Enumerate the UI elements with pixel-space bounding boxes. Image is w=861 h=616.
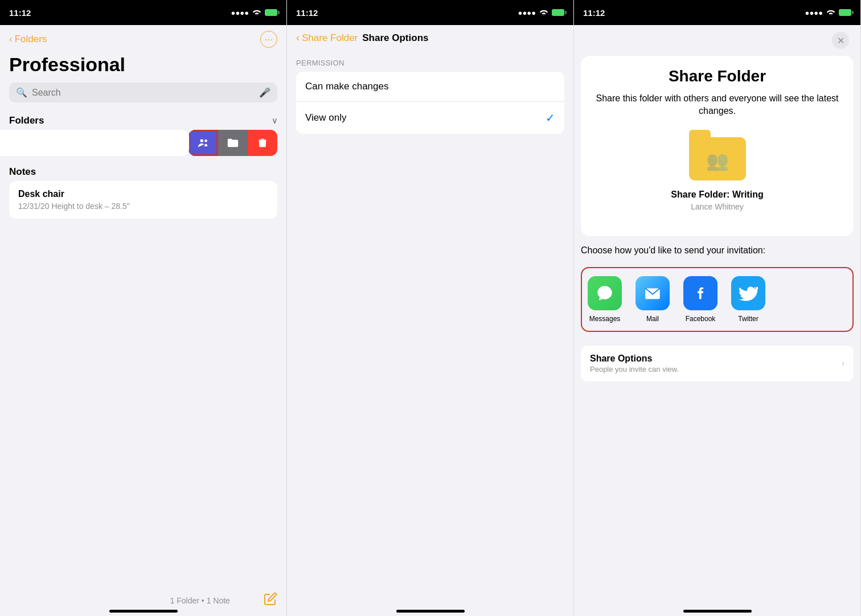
page-title: Professional (0, 51, 286, 83)
folders-chevron-icon: ∨ (272, 116, 277, 125)
folder-row[interactable]: 5 › (0, 130, 189, 156)
search-icon: 🔍 (16, 87, 27, 98)
bottom-bar-text: 1 Folder • 1 Note (137, 596, 264, 605)
compose-button[interactable] (264, 592, 277, 609)
close-button[interactable]: ✕ (832, 32, 849, 49)
facebook-share-button[interactable]: Facebook (683, 276, 718, 323)
folders-back-button[interactable]: ‹ Folders (9, 34, 47, 45)
delete-action-button[interactable] (248, 130, 277, 156)
wifi-icon-2 (539, 9, 548, 17)
twitter-icon (731, 276, 765, 310)
messages-icon (588, 276, 622, 310)
ellipsis-icon: ··· (264, 34, 273, 46)
status-bar-2: 11:12 ●●●● (287, 0, 573, 25)
checkmark-icon: ✓ (546, 111, 555, 125)
facebook-label: Facebook (686, 315, 716, 323)
mail-label: Mail (646, 315, 659, 323)
share-folder-title: Share Folder (592, 67, 842, 85)
chevron-left-icon: ‹ (9, 34, 13, 45)
status-icons-3: ●●●● (805, 9, 851, 17)
invite-section: Choose how you'd like to send your invit… (574, 245, 860, 381)
folder-graphic: 👥 (689, 129, 746, 180)
folders-section-label: Folders (9, 115, 44, 126)
svg-point-0 (200, 139, 204, 143)
mail-icon (636, 276, 670, 310)
can-make-changes-option[interactable]: Can make changes (296, 72, 564, 102)
permission-options: Can make changes View only ✓ (287, 72, 573, 134)
notes-section-header: Notes (0, 163, 286, 181)
panel-notes-list: 11:12 ●●●● ‹ Folders ··· Professional 🔍 … (0, 0, 287, 616)
folder-row-container: 5 › (9, 130, 277, 156)
status-bar-3: 11:12 ●●●● (574, 0, 860, 25)
p2-back-label: Share Folder (302, 32, 358, 44)
folders-section-header: Folders ∨ (0, 112, 286, 130)
folder-icon (227, 137, 239, 149)
mail-share-button[interactable]: Mail (636, 276, 670, 323)
p2-nav-title: Share Options (362, 32, 428, 44)
folders-back-label: Folders (15, 34, 47, 45)
folder-tab (689, 130, 711, 138)
share-options-subtitle: People you invite can view. (590, 365, 679, 373)
can-make-changes-label: Can make changes (305, 81, 388, 92)
invite-label: Choose how you'd like to send your invit… (581, 245, 854, 256)
chevron-left-icon-2: ‹ (296, 32, 300, 44)
twitter-label: Twitter (738, 315, 758, 323)
move-action-button[interactable] (218, 130, 248, 156)
folder-body: 👥 (689, 137, 746, 180)
wifi-icon (252, 9, 261, 17)
p2-navigation: ‹ Share Folder Share Options (287, 25, 573, 51)
folder-name: Share Folder: Writing (592, 190, 842, 200)
status-time-2: 11:12 (296, 8, 318, 18)
share-options-title: Share Options (590, 354, 679, 364)
battery-icon-2 (552, 9, 564, 16)
notes-list: Desk chair 12/31/20 Height to desk – 28.… (0, 181, 286, 219)
signal-icon-2: ●●●● (518, 9, 536, 17)
svg-point-1 (204, 139, 207, 142)
panel-share-folder: 11:12 ●●●● ✕ Share Folder Share this fol… (574, 0, 861, 616)
notes-section-label: Notes (9, 166, 36, 178)
note-card[interactable]: Desk chair 12/31/20 Height to desk – 28.… (9, 181, 277, 219)
signal-icon-3: ●●●● (805, 9, 823, 17)
p1-navigation: ‹ Folders ··· (0, 25, 286, 51)
home-indicator-2 (396, 610, 465, 613)
note-title: Desk chair (18, 189, 268, 199)
home-indicator-1 (109, 610, 178, 613)
close-icon: ✕ (837, 35, 844, 46)
more-options-button[interactable]: ··· (260, 31, 277, 48)
search-bar: 🔍 🎤 (9, 83, 277, 102)
share-options-button[interactable]: Share Options People you invite can view… (581, 346, 854, 381)
share-folder-back-button[interactable]: ‹ Share Folder (296, 32, 358, 44)
status-time-3: 11:12 (583, 8, 605, 18)
signal-icon: ●●●● (231, 9, 249, 17)
share-people-icon (197, 137, 210, 149)
folder-people-icon: 👥 (706, 150, 729, 171)
home-indicator-3 (683, 610, 752, 613)
facebook-icon (683, 276, 718, 310)
status-time-1: 11:12 (9, 8, 31, 18)
battery-icon-3 (839, 9, 851, 16)
share-folder-card: Share Folder Share this folder with othe… (581, 56, 854, 236)
share-options-chevron-icon: › (842, 358, 844, 368)
microphone-icon: 🎤 (259, 87, 270, 98)
trash-icon (256, 137, 269, 149)
panel-share-options: 11:12 ●●●● ‹ Share Folder Share Options … (287, 0, 574, 616)
share-icons-row: Messages Mail Faceboo (581, 267, 854, 332)
status-icons-2: ●●●● (518, 9, 564, 17)
folder-icon-container: 👥 (592, 129, 842, 180)
battery-icon (265, 9, 277, 16)
share-folder-subtitle: Share this folder with others and everyo… (592, 92, 842, 118)
folder-author: Lance Whitney (592, 202, 842, 211)
status-bar-1: 11:12 ●●●● (0, 0, 286, 25)
messages-share-button[interactable]: Messages (588, 276, 622, 323)
permission-label: PERMISSION (287, 51, 573, 72)
wifi-icon-3 (826, 9, 835, 17)
share-action-button[interactable] (188, 130, 218, 156)
share-options-info: Share Options People you invite can view… (590, 354, 679, 373)
twitter-share-button[interactable]: Twitter (731, 276, 765, 323)
search-input[interactable] (32, 88, 255, 98)
swipe-actions (188, 130, 277, 156)
messages-label: Messages (589, 315, 621, 323)
status-icons-1: ●●●● (231, 9, 277, 17)
view-only-option[interactable]: View only ✓ (296, 102, 564, 134)
note-subtitle: 12/31/20 Height to desk – 28.5" (18, 202, 268, 211)
